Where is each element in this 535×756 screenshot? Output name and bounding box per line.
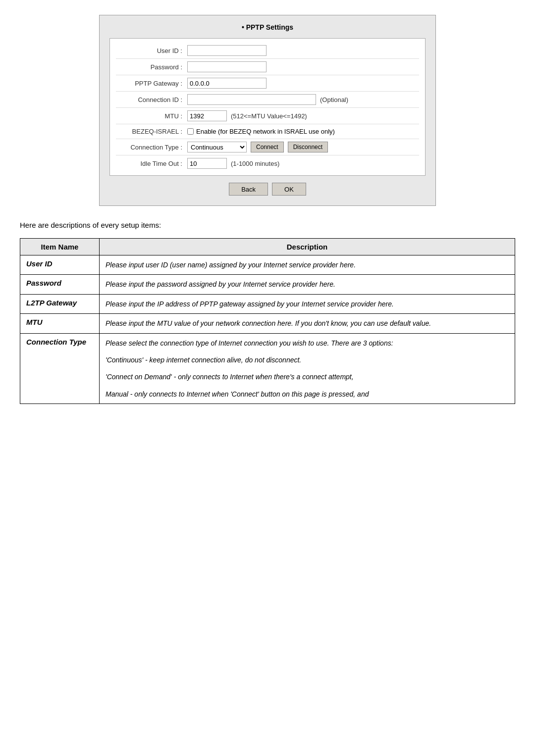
description-paragraph: 'Connect on Demand' - only connects to I… [106,371,509,382]
bezeq-row: BEZEQ-ISRAEL : Enable (for BEZEQ network… [116,124,419,139]
connection-id-control: (Optional) [187,94,417,105]
pptp-settings-panel: PPTP Settings User ID : Password : PPTP … [99,15,436,206]
pptp-panel-title: PPTP Settings [109,23,426,31]
back-button[interactable]: Back [229,183,268,196]
connect-button[interactable]: Connect [251,142,284,152]
mtu-row: MTU : (512<=MTU Value<=1492) [116,108,419,124]
table-row: Connection TypePlease select the connect… [20,333,515,404]
password-input[interactable] [187,61,267,72]
col-header-item-name: Item Name [20,239,100,255]
description-cell: Please input the password assigned by yo… [100,275,515,294]
connection-type-label: Connection Type : [118,144,187,151]
idle-timeout-row: Idle Time Out : (1-1000 minutes) [116,155,419,171]
bezeq-hint: Enable (for BEZEQ network in ISRAEL use … [196,128,335,135]
bezeq-checkbox[interactable] [187,128,194,135]
description-cell: Please input user ID (user name) assigne… [100,255,515,275]
description-paragraph: Please input the MTU value of your netwo… [106,318,509,329]
mtu-control: (512<=MTU Value<=1492) [187,110,417,121]
pptp-form: User ID : Password : PPTP Gateway : Conn… [109,38,426,176]
user-id-input[interactable] [187,45,267,56]
item-name-cell: User ID [20,255,100,275]
description-paragraph: Please input the IP address of PPTP gate… [106,299,509,309]
item-name-cell: Connection Type [20,333,100,404]
connection-id-hint: (Optional) [320,96,348,103]
description-paragraph: Please input the password assigned by yo… [106,279,509,290]
pptp-gateway-control [187,78,417,89]
description-paragraph: Please input user ID (user name) assigne… [106,259,509,270]
description-intro: Here are descriptions of every setup ite… [20,221,515,229]
pptp-footer: Back OK [109,183,426,196]
connection-type-select[interactable]: Continuous Connect on Demand Manual [187,142,247,152]
password-row: Password : [116,59,419,75]
user-id-control [187,45,417,56]
col-header-description: Description [100,239,515,255]
table-row: L2TP GatewayPlease input the IP address … [20,294,515,313]
description-paragraph: Please select the connection type of Int… [106,338,509,349]
idle-timeout-hint: (1-1000 minutes) [231,160,279,167]
table-row: MTUPlease input the MTU value of your ne… [20,314,515,333]
description-cell: Please select the connection type of Int… [100,333,515,404]
user-id-label: User ID : [118,47,187,54]
idle-timeout-control: (1-1000 minutes) [187,158,417,169]
disconnect-button[interactable]: Disconnect [288,142,328,152]
connection-type-row: Connection Type : Continuous Connect on … [116,139,419,155]
pptp-gateway-label: PPTP Gateway : [118,80,187,87]
user-id-row: User ID : [116,43,419,59]
ok-button[interactable]: OK [272,183,306,196]
mtu-input[interactable] [187,110,227,121]
mtu-hint: (512<=MTU Value<=1492) [231,112,307,120]
bezeq-label: BEZEQ-ISRAEL : [118,128,187,135]
idle-timeout-label: Idle Time Out : [118,160,187,167]
description-paragraph: 'Continuous' - keep internet connection … [106,354,509,365]
connection-id-row: Connection ID : (Optional) [116,92,419,108]
connection-id-label: Connection ID : [118,96,187,103]
item-name-cell: MTU [20,314,100,333]
table-header-row: Item Name Description [20,239,515,255]
bezeq-checkbox-label[interactable]: Enable (for BEZEQ network in ISRAEL use … [187,128,335,135]
connection-id-input[interactable] [187,94,316,105]
item-name-cell: Password [20,275,100,294]
item-name-cell: L2TP Gateway [20,294,100,313]
description-cell: Please input the IP address of PPTP gate… [100,294,515,313]
pptp-gateway-row: PPTP Gateway : [116,75,419,92]
description-paragraph: Manual - only connects to Internet when … [106,389,509,400]
password-label: Password : [118,63,187,71]
table-row: User IDPlease input user ID (user name) … [20,255,515,275]
idle-timeout-input[interactable] [187,158,227,169]
description-table: Item Name Description User IDPlease inpu… [20,238,515,404]
mtu-label: MTU : [118,112,187,120]
pptp-gateway-input[interactable] [187,78,267,89]
description-cell: Please input the MTU value of your netwo… [100,314,515,333]
bezeq-control: Enable (for BEZEQ network in ISRAEL use … [187,128,417,135]
password-control [187,61,417,72]
table-row: PasswordPlease input the password assign… [20,275,515,294]
connection-type-control: Continuous Connect on Demand Manual Conn… [187,142,417,152]
